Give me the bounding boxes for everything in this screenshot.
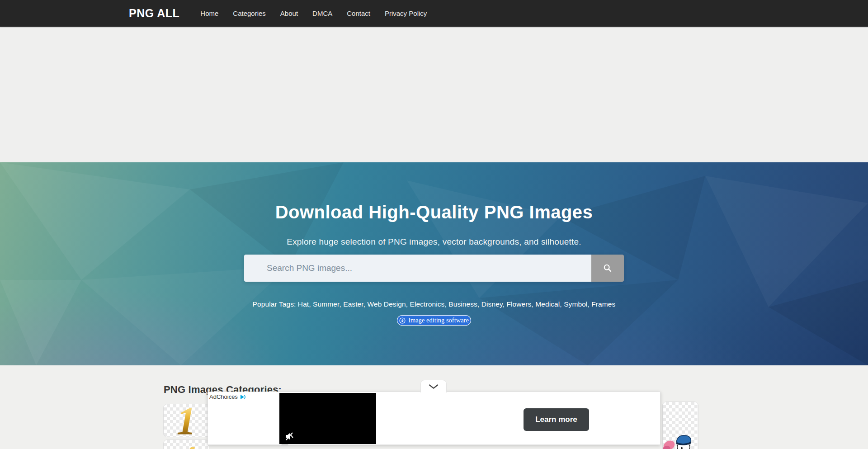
adchoices-link[interactable]: AdChoices [209,393,245,400]
hero-section: Download High-Quality PNG Images Explore… [0,162,868,365]
top-ad-slot [0,27,868,162]
tag-link[interactable]: Disney, [479,300,505,308]
tag-link[interactable]: Summer, [311,300,341,308]
popular-tags-label: Popular Tags: [253,300,296,308]
nav-item-categories[interactable]: Categories [233,9,266,17]
ad-collapse-tab[interactable] [420,380,447,392]
ad-video[interactable] [279,393,376,444]
adchoices-icon [239,394,245,400]
number-4-thumbnail[interactable]: 4 [163,440,209,449]
video-progress-pill[interactable] [281,444,288,446]
tag-link[interactable]: Medical, [533,300,562,308]
page: PNG ALL Home Categories About DMCA Conta… [0,0,868,449]
gold-number-4: 4 [164,440,209,449]
muted-speaker-icon[interactable] [284,431,294,441]
ad-overlay: AdChoices Learn more [208,392,660,445]
number-1-thumbnail[interactable]: 1 [163,404,209,437]
image-editing-ad-label: Image editing software [408,317,469,324]
popular-tags-list: Hat, Summer, Easter, Web Design, Electro… [298,300,616,308]
tag-link[interactable]: Flowers, [505,300,533,308]
cartoon-duck-image [663,430,698,449]
adchoices-label: AdChoices [209,393,238,400]
learn-more-button[interactable]: Learn more [524,408,589,431]
nav-links: Home Categories About DMCA Contact Priva… [200,9,427,17]
nav-item-about[interactable]: About [280,9,298,17]
tag-link[interactable]: Easter, [341,300,365,308]
gold-number-1: 1 [164,404,209,437]
image-editing-ad-button[interactable]: Image editing software [397,315,471,326]
nav-item-contact[interactable]: Contact [347,9,370,17]
nav-item-home[interactable]: Home [200,9,218,17]
top-nav: PNG ALL Home Categories About DMCA Conta… [0,0,868,27]
tag-link[interactable]: Hat, [298,300,311,308]
search-button[interactable] [591,255,624,282]
tag-link[interactable]: Frames [590,300,616,308]
tag-link[interactable]: Business, [447,300,480,308]
tag-link[interactable]: Symbol, [562,300,590,308]
search-icon [603,264,612,273]
search-bar [244,255,624,282]
cartoon-duck-thumbnail[interactable] [662,402,698,449]
nav-item-dmca[interactable]: DMCA [312,9,332,17]
tag-link[interactable]: Electronics, [408,300,447,308]
hero-subtitle: Explore huge selection of PNG images, ve… [0,237,868,247]
tag-link[interactable]: Web Design, [365,300,408,308]
search-input[interactable] [244,255,591,282]
nav-item-privacy-policy[interactable]: Privacy Policy [385,9,427,17]
popular-tags: Popular Tags: Hat, Summer, Easter, Web D… [0,300,868,308]
hero-title: Download High-Quality PNG Images [0,202,868,222]
site-logo[interactable]: PNG ALL [129,7,179,20]
chevron-down-icon [429,384,439,389]
download-circle-icon [399,317,406,324]
